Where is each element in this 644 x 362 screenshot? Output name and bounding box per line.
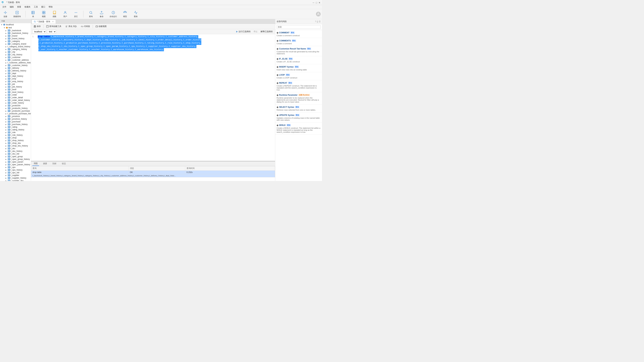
code-button[interactable]: 代码段 [80,24,91,28]
minimize-button[interactable]: ─ [312,1,314,4]
sidebar-table-item[interactable]: ▶ t_sku [0,147,31,150]
sidebar-table-item[interactable]: ▶ t_spu_history [0,168,31,171]
toolbar-view[interactable]: 视图 [40,10,48,18]
sidebar-table-item[interactable]: ▶ t_job [0,83,31,86]
snippet-item[interactable]: ◈ REPEAT 语法 Create a REPEAT construct. T… [275,80,322,92]
tab-close-btn[interactable]: ✕ [52,20,54,23]
maximize-button[interactable]: □ [315,1,318,4]
toolbar-autorun[interactable]: 自动运行 [108,10,118,18]
search-input[interactable] [276,25,321,29]
sidebar-table-item[interactable]: ▶ t_spec_group_history [0,158,31,160]
help-icon[interactable]: ? [315,20,316,23]
sidebar-table-item[interactable]: ▶ t_province [0,115,31,118]
menu-tools[interactable]: 工具 [32,5,40,9]
explain-button[interactable]: 解释已选择的 [260,30,274,33]
results-tab-summary[interactable]: 摘要 [42,162,48,166]
sidebar-table-item[interactable]: ▶ t_purchase_history [0,123,31,126]
snippet-item[interactable]: ◈ Customize Result Tab Name 语法 Customize… [275,46,322,56]
menu-view[interactable]: 查看 [16,5,23,9]
toolbar-connect[interactable]: 连接 [1,10,10,18]
sidebar-table-item[interactable]: ▶ t_order_history [0,102,31,104]
query-tool-button[interactable]: 查询创建工具 [45,24,63,28]
expand-icon[interactable]: ▼ [0,23,3,26]
toolbar-query[interactable]: 查询 [87,10,95,18]
sidebar-table-item[interactable]: ▶ t_delivery [0,67,31,70]
sidebar-table-item[interactable]: ▶ t_customer_address [0,59,31,61]
sidebar-table-item[interactable]: ▶ t_supplier_history [0,177,31,179]
sidebar-table-item[interactable]: ▶ t_spu [0,166,31,168]
sidebar-table-item[interactable]: ▶ t_spec_param_history [0,163,31,166]
run-selected-button[interactable]: 运行已选择的 [235,30,252,33]
menu-window[interactable]: 窗口 [40,5,47,9]
snippet-item[interactable]: ◈ SELECT Syntax 语法 Retrieve rows selecte… [275,104,322,112]
sidebar-table-item[interactable]: ▶ t_backstock [0,29,31,32]
tree-connection[interactable]: ▼ localhost [0,23,31,26]
user-avatar[interactable] [316,12,321,16]
toolbar-backup[interactable]: 备份 [98,10,106,18]
sidebar-table-item[interactable]: ▶ t_city [0,50,31,53]
sidebar-table-item[interactable]: ▶ t_shop [0,136,31,139]
snippet-item[interactable]: ◈ COMMENT 语法 Create a comment construct [275,30,322,38]
expand-icon[interactable]: {} [317,20,318,23]
menu-edit[interactable]: 编辑 [8,5,16,9]
sidebar-table-item[interactable]: ▶ t_province_history [0,118,31,120]
query-tab[interactable]: * 无标题 - 查询 ✕ [32,20,56,24]
menu-file[interactable]: 文件 [1,5,8,9]
sidebar-table-item[interactable]: ▶ t_productin [0,104,31,107]
sidebar-table-item[interactable]: ▶ t_category_brand_history [0,45,31,48]
results-tab-profile[interactable]: 剖析 [51,162,58,166]
save-button[interactable]: 保存 [32,24,42,28]
snippet-item[interactable]: ◈ LOOP 语法 Create a LOOP construct [275,72,322,80]
snippet-item[interactable]: ◈ WHILE 语法 Create a WHILE construct. The… [275,122,322,134]
sidebar-table-item[interactable]: ▶ t_dept [0,72,31,75]
title-bar-controls[interactable]: ─ □ ✕ [312,1,321,4]
results-tab-messages[interactable]: 消息 [32,162,39,166]
sidebar-table-item[interactable]: ▶ t_emp [0,78,31,80]
sidebar-table-item[interactable]: ▶ t_level_history [0,91,31,94]
sidebar-table-item[interactable]: ▶ t_order_detail_history [0,99,31,102]
sidebar-table-item[interactable]: ▶ t_purchase [0,120,31,123]
snippet-item[interactable]: ◈ IF...ELSE 语法 Create a IF...ELSE constr… [275,56,322,64]
sidebar-table-item[interactable]: ▶ t_sku_history [0,150,31,152]
sidebar-table-item[interactable]: ▶ t_role_history [0,134,31,136]
sidebar-table-item[interactable]: ▶ t_rating_history [0,128,31,131]
toolbar-new-query[interactable]: 新建查询 [12,10,22,18]
sidebar-table-item[interactable]: ▶ t_category_history [0,48,31,50]
create-view-button[interactable]: 创建视图 [94,24,108,28]
toolbar-table[interactable]: 表 [29,10,37,18]
sidebar-table-item[interactable]: ▶ t_supplier_sku [0,179,31,181]
table-row[interactable]: drop table OK 0.152s [31,170,275,174]
toolbar-user[interactable]: 用户 [61,10,69,18]
sidebar-table-item[interactable]: ▶ t_job_history [0,86,31,88]
sidebar-table-item[interactable]: ▶ t_sku_old [0,152,31,155]
sidebar-table-item[interactable]: ▶ t_customer_history [0,64,31,67]
sidebar-table-item[interactable]: ▶ t_productin_history [0,107,31,110]
sql-editor[interactable]: 1 drop table t_backstock_history,t_brand… [31,34,275,161]
sidebar-table-item[interactable]: ▶ t_spu_old [0,171,31,174]
sidebar-table-item[interactable]: ▶ t_supplier [0,174,31,177]
sidebar-table-item[interactable]: ▶ t_spec_param [0,160,31,163]
sidebar-table-item[interactable]: ▶ t_order [0,94,31,96]
sidebar-table-item[interactable]: ▶ t_customer [0,56,31,59]
sidebar-table-item[interactable]: ▶ t_category_brand [0,42,31,45]
results-tab-status[interactable]: 状态 [60,162,67,166]
table-row-detail[interactable]: t_backstock_history,t_brand_history,t_ca… [31,174,275,177]
sidebar-table-item[interactable]: ▶ t_order_detail [0,96,31,99]
sidebar-table-item[interactable]: ▶ t_backstock_history [0,32,31,34]
toolbar-model[interactable]: 模型 [121,10,129,18]
toolbar-function[interactable]: 函数 [50,10,58,18]
toolbar-other[interactable]: 其它 [72,10,80,18]
sidebar-table-item[interactable]: ▶ t_dept_history [0,75,31,78]
close-button[interactable]: ✕ [318,1,321,4]
sidebar-table-item[interactable]: ▶ t_spec_group [0,155,31,158]
snippet-item[interactable]: ◈ Runtime Parameter 仅限 Runtime Runtime p… [275,92,322,104]
snippet-item[interactable]: ◈ COMMENTS 语法 Create a comment [275,38,322,46]
sidebar-table-item[interactable]: ▶ t_category [0,40,31,42]
sidebar-table-item[interactable]: ▶ t_shop_sku_history [0,144,31,147]
panel-menu-icon[interactable]: ☰ [319,20,321,23]
database-select[interactable]: test [47,30,56,34]
menu-help[interactable]: 帮助 [47,5,54,9]
stop-button[interactable]: 停止 [252,30,259,33]
sidebar-table-item[interactable]: ▶ t_shop_history [0,139,31,142]
sidebar-table-item[interactable]: ▶ t_productin_purchase_history [0,112,31,115]
